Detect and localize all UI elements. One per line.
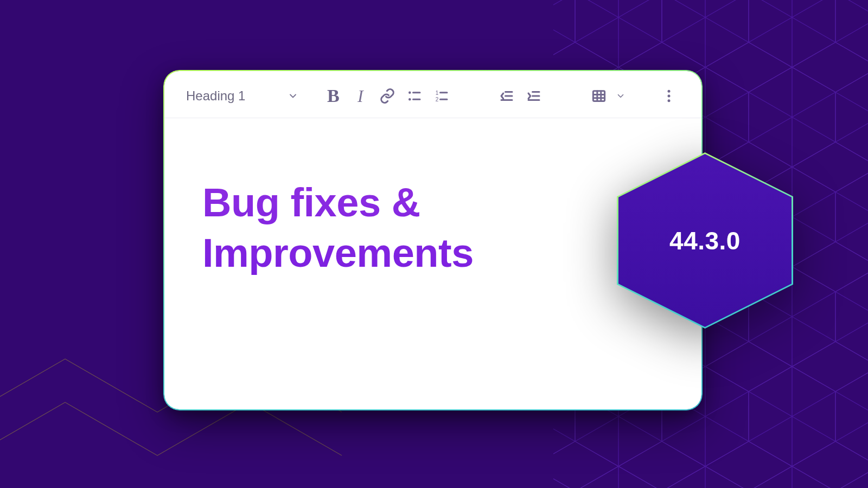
svg-point-10 bbox=[668, 95, 671, 98]
heading-style-label: Heading 1 bbox=[186, 88, 245, 104]
outdent-icon bbox=[499, 88, 515, 104]
svg-point-5 bbox=[409, 98, 411, 101]
outdent-button[interactable] bbox=[494, 83, 520, 109]
italic-icon: I bbox=[358, 86, 363, 106]
bulleted-list-button[interactable] bbox=[401, 83, 427, 109]
insert-table-button[interactable] bbox=[586, 83, 612, 109]
chevron-down-icon bbox=[616, 91, 626, 101]
bulleted-list-icon bbox=[406, 88, 423, 104]
svg-text:2: 2 bbox=[436, 97, 439, 102]
bold-button[interactable]: B bbox=[320, 83, 346, 109]
table-icon bbox=[591, 88, 607, 104]
version-badge: 44.3.0 bbox=[617, 152, 793, 329]
svg-text:1: 1 bbox=[436, 90, 439, 96]
svg-point-4 bbox=[409, 92, 411, 94]
svg-point-11 bbox=[668, 99, 671, 102]
version-label: 44.3.0 bbox=[669, 226, 741, 255]
link-button[interactable] bbox=[374, 83, 400, 109]
italic-button[interactable]: I bbox=[347, 83, 373, 109]
chevron-down-icon bbox=[288, 91, 298, 101]
link-icon bbox=[379, 88, 395, 104]
insert-table-dropdown[interactable] bbox=[612, 83, 629, 109]
svg-point-9 bbox=[668, 90, 671, 93]
document-heading: Bug fixes & Improvements bbox=[202, 178, 663, 278]
indent-button[interactable] bbox=[521, 83, 547, 109]
numbered-list-button[interactable]: 1 2 bbox=[429, 83, 455, 109]
more-options-button[interactable] bbox=[656, 83, 682, 109]
more-vertical-icon bbox=[661, 88, 677, 104]
heading-style-select[interactable]: Heading 1 bbox=[184, 84, 304, 108]
indent-icon bbox=[526, 88, 542, 104]
bold-icon: B bbox=[327, 86, 340, 106]
editor-toolbar: Heading 1 B I 1 bbox=[164, 71, 701, 118]
svg-rect-8 bbox=[593, 91, 605, 101]
numbered-list-icon: 1 2 bbox=[433, 88, 450, 104]
